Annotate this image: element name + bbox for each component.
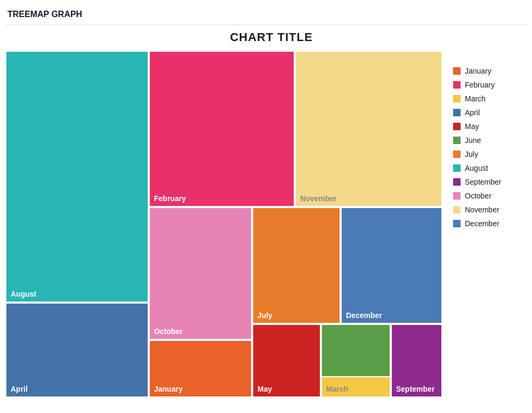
legend-item-march: March xyxy=(453,94,501,103)
treemap-cell-july: July xyxy=(252,207,341,324)
legend-color-box xyxy=(453,67,461,75)
legend-label: January xyxy=(465,67,491,75)
cell-label: September xyxy=(396,385,434,393)
treemap-cell-april: April xyxy=(5,303,149,398)
legend-color-box xyxy=(453,137,461,144)
legend: JanuaryFebruaryMarchAprilMayJuneJulyAugu… xyxy=(442,51,501,228)
legend-label: April xyxy=(465,108,480,117)
treemap-cell-august: August xyxy=(5,51,149,303)
legend-item-october: October xyxy=(453,192,501,200)
treemap-cell-october: October xyxy=(149,207,252,340)
legend-label: September xyxy=(465,178,501,186)
cell-label: July xyxy=(257,311,272,320)
chart-container: CHART TITLE AugustFebruaryNovemberOctobe… xyxy=(5,30,532,398)
legend-color-box xyxy=(453,164,461,172)
treemap-cell-march: March xyxy=(321,376,391,398)
legend-color-box xyxy=(453,95,461,102)
legend-item-april: April xyxy=(453,108,501,117)
cell-label: November xyxy=(300,194,336,203)
treemap-cell-january: January xyxy=(149,340,252,398)
treemap: AugustFebruaryNovemberOctoberJulyDecembe… xyxy=(5,51,442,398)
legend-color-box xyxy=(453,192,461,200)
legend-label: November xyxy=(465,205,499,214)
legend-label: May xyxy=(465,122,479,131)
legend-color-box xyxy=(453,123,461,130)
treemap-cell-may: May xyxy=(252,324,321,398)
legend-item-november: November xyxy=(453,205,501,214)
legend-color-box xyxy=(453,206,461,213)
legend-item-may: May xyxy=(453,122,501,131)
legend-label: July xyxy=(465,150,478,158)
legend-color-box xyxy=(453,81,461,89)
treemap-cell-december: December xyxy=(341,207,442,324)
cell-label: December xyxy=(346,311,382,320)
legend-label: June xyxy=(465,136,481,145)
chart-title: CHART TITLE xyxy=(230,30,312,44)
legend-item-august: August xyxy=(453,164,501,172)
cell-label: February xyxy=(154,194,186,203)
legend-item-june: June xyxy=(453,136,501,145)
legend-color-box xyxy=(453,220,461,227)
legend-item-january: January xyxy=(453,67,501,75)
cell-label: May xyxy=(257,385,272,393)
treemap-cell-november: November xyxy=(295,51,442,207)
legend-label: December xyxy=(465,219,499,228)
legend-item-february: February xyxy=(453,81,501,89)
legend-color-box xyxy=(453,178,461,186)
legend-color-box xyxy=(453,150,461,158)
legend-label: August xyxy=(465,164,488,172)
treemap-cell-september: September xyxy=(391,324,442,398)
cell-label: October xyxy=(154,327,183,336)
legend-label: February xyxy=(465,81,495,89)
cell-label: August xyxy=(11,290,36,298)
legend-color-box xyxy=(453,109,461,116)
legend-item-september: September xyxy=(453,178,501,186)
cell-label: March xyxy=(326,385,348,393)
page-title: TREEMAP GRAPH xyxy=(5,5,527,25)
legend-item-july: July xyxy=(453,150,501,158)
legend-item-december: December xyxy=(453,219,501,228)
legend-label: March xyxy=(465,94,486,103)
cell-label: April xyxy=(11,385,28,393)
treemap-cell-february: February xyxy=(149,51,295,207)
legend-label: October xyxy=(465,192,491,200)
cell-label: January xyxy=(154,385,183,393)
chart-and-legend: AugustFebruaryNovemberOctoberJulyDecembe… xyxy=(5,51,532,398)
